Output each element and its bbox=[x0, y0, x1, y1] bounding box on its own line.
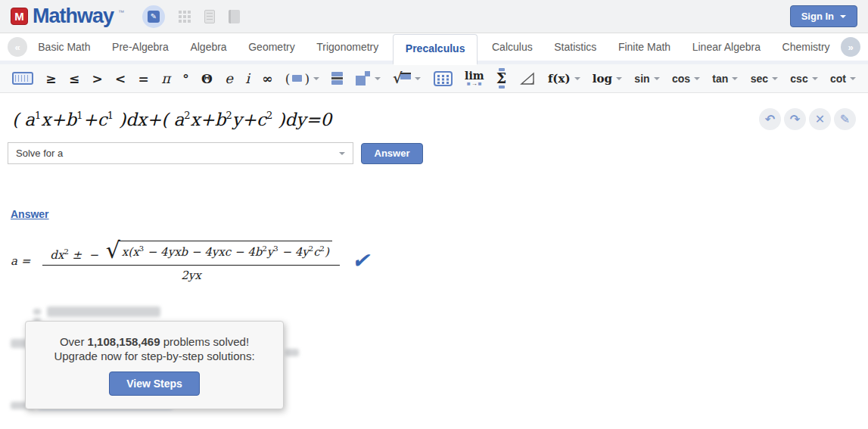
chevron-down-icon bbox=[375, 77, 381, 80]
gte-button[interactable]: ≥ bbox=[45, 71, 56, 86]
tab-trigonometry[interactable]: Trigonometry bbox=[309, 34, 386, 60]
edit-button[interactable]: ✎ bbox=[834, 108, 856, 130]
header-icons: ✎ bbox=[142, 5, 240, 28]
keyboard-button[interactable] bbox=[12, 72, 33, 85]
pencil-icon: ✎ bbox=[148, 11, 160, 23]
subject-tabs: Basic Math Pre-Algebra Algebra Geometry … bbox=[27, 34, 841, 60]
radical: √ x(x3 − 4yxb − 4yxc − 4b2y3 − 4y2c2) bbox=[106, 239, 332, 262]
answer-submit-button[interactable]: Answer bbox=[361, 143, 423, 164]
cos-button[interactable]: cos bbox=[672, 73, 700, 85]
i-button[interactable]: i bbox=[245, 70, 250, 86]
tab-algebra[interactable]: Algebra bbox=[182, 34, 234, 60]
keyboard-icon bbox=[12, 72, 33, 85]
tab-linear-algebra[interactable]: Linear Algebra bbox=[685, 34, 768, 60]
problem-row: ( a1x+b1+c1 )dx+( a2x+b2y+c2 )dy=0 ↶ ↷ ✕… bbox=[0, 108, 868, 130]
math-toolbar: ≥ ≤ > < = π ° Θ e i ∞ () √ bbox=[0, 64, 868, 93]
dropdown-value: Solve for a bbox=[16, 148, 63, 159]
summation-button[interactable]: Σ bbox=[496, 68, 506, 89]
mathway-logo[interactable]: M Mathway ™ bbox=[11, 5, 124, 28]
radicand: x(x3 − 4yxb − 4yxc − 4b2y3 − 4y2c2) bbox=[118, 241, 332, 259]
graph-icon[interactable] bbox=[179, 11, 191, 23]
view-steps-button[interactable]: View Steps bbox=[109, 371, 200, 396]
chevron-down-icon bbox=[616, 77, 622, 80]
glossary-icon[interactable] bbox=[229, 10, 240, 23]
examples-icon[interactable] bbox=[204, 10, 215, 23]
theta-button[interactable]: Θ bbox=[201, 71, 213, 86]
chevron-down-icon bbox=[654, 77, 660, 80]
close-icon: ✕ bbox=[815, 112, 825, 126]
e-button[interactable]: e bbox=[225, 70, 233, 86]
tab-pre-algebra[interactable]: Pre-Algebra bbox=[104, 34, 176, 60]
lte-button[interactable]: ≤ bbox=[69, 71, 79, 86]
solve-for-dropdown[interactable]: Solve for a bbox=[8, 142, 353, 164]
denominator: 2yx bbox=[42, 266, 340, 282]
answer-heading-link[interactable]: Answer bbox=[11, 208, 49, 220]
tabs-scroll-right-button[interactable]: » bbox=[841, 37, 860, 57]
tab-statistics[interactable]: Statistics bbox=[546, 34, 604, 60]
chevron-down-icon bbox=[850, 77, 856, 80]
infinity-button[interactable]: ∞ bbox=[262, 71, 272, 86]
tab-precalculus[interactable]: Precalculus bbox=[393, 34, 478, 65]
chevron-down-icon bbox=[840, 15, 846, 18]
equals-button[interactable]: = bbox=[138, 71, 149, 86]
fx-button[interactable]: f(x) bbox=[548, 72, 580, 85]
log-button[interactable]: log bbox=[593, 72, 622, 85]
subject-tabbar: « Basic Math Pre-Algebra Algebra Geometr… bbox=[0, 33, 868, 64]
pencil-icon: ✎ bbox=[840, 112, 850, 126]
parentheses-button[interactable]: () bbox=[285, 71, 319, 86]
cot-button[interactable]: cot bbox=[830, 73, 856, 85]
undo-button[interactable]: ↶ bbox=[759, 108, 781, 130]
chevron-down-icon bbox=[694, 77, 700, 80]
chevron-down-icon bbox=[772, 77, 778, 80]
upgrade-line: Upgrade now for step-by-step solutions: bbox=[54, 350, 254, 362]
solve-row: Solve for a Answer bbox=[8, 142, 868, 164]
clear-button[interactable]: ✕ bbox=[809, 108, 831, 130]
limit-icon: lim ■→■ bbox=[465, 70, 484, 87]
expression-actions: ↶ ↷ ✕ ✎ bbox=[759, 108, 856, 130]
problems-count: 1,108,158,469 bbox=[88, 335, 160, 348]
formula-lhs: a = bbox=[11, 254, 30, 268]
pi-button[interactable]: π bbox=[161, 70, 170, 86]
redo-button[interactable]: ↷ bbox=[784, 108, 806, 130]
sqrt-icon: √ bbox=[393, 71, 412, 85]
chevron-down-icon bbox=[415, 77, 421, 80]
tan-button[interactable]: tan bbox=[712, 73, 738, 85]
csc-button[interactable]: csc bbox=[790, 73, 817, 85]
chevron-down-icon bbox=[313, 77, 319, 80]
mathway-app: M Mathway ™ ✎ Sign In « Basic Math Pre-A… bbox=[0, 0, 868, 429]
chevron-down-icon bbox=[732, 77, 738, 80]
fraction-button[interactable] bbox=[331, 72, 343, 85]
problem-expression[interactable]: ( a1x+b1+c1 )dx+( a2x+b2y+c2 )dy=0 bbox=[12, 110, 331, 129]
sec-button[interactable]: sec bbox=[751, 73, 778, 85]
exponent-button[interactable] bbox=[356, 71, 381, 86]
degree-button[interactable]: ° bbox=[182, 71, 189, 86]
check-icon: ✔ bbox=[352, 248, 369, 273]
logo-trademark: ™ bbox=[118, 9, 124, 16]
tab-calculus[interactable]: Calculus bbox=[484, 34, 540, 60]
sqrt-button[interactable]: √ bbox=[393, 71, 422, 85]
parentheses-icon: ( bbox=[285, 71, 291, 86]
upgrade-popup: Over 1,108,158,469 problems solved! Upgr… bbox=[25, 321, 284, 409]
tabs-scroll-left-button[interactable]: « bbox=[8, 37, 27, 57]
tab-geometry[interactable]: Geometry bbox=[241, 34, 302, 60]
gt-button[interactable]: > bbox=[92, 71, 102, 86]
problems-solved-line: Over 1,108,158,469 problems solved! bbox=[60, 335, 249, 348]
editor-icon[interactable]: ✎ bbox=[142, 5, 165, 28]
triangle-icon bbox=[519, 71, 536, 86]
logo-text: Mathway bbox=[33, 5, 114, 28]
sign-in-label: Sign In bbox=[801, 11, 834, 22]
sign-in-button[interactable]: Sign In bbox=[790, 5, 857, 27]
tab-basic-math[interactable]: Basic Math bbox=[30, 34, 98, 60]
answer-formula: a = dx2 ± − √ x(x3 − 4yxb − 4yxc − 4b2y3… bbox=[11, 239, 868, 282]
matrix-icon bbox=[434, 71, 453, 86]
tab-finite-math[interactable]: Finite Math bbox=[611, 34, 678, 60]
matrix-button[interactable] bbox=[434, 71, 453, 86]
triangle-button[interactable] bbox=[519, 71, 536, 86]
tab-chemistry[interactable]: Chemistry bbox=[775, 34, 838, 60]
lt-button[interactable]: < bbox=[115, 71, 126, 86]
sin-button[interactable]: sin bbox=[634, 73, 659, 85]
limit-button[interactable]: lim ■→■ bbox=[465, 70, 484, 87]
blurred-text bbox=[47, 306, 160, 317]
numerator: dx2 ± − √ x(x3 − 4yxb − 4yxc − 4b2y3 − 4… bbox=[42, 239, 340, 266]
logo-m-icon: M bbox=[11, 8, 28, 25]
